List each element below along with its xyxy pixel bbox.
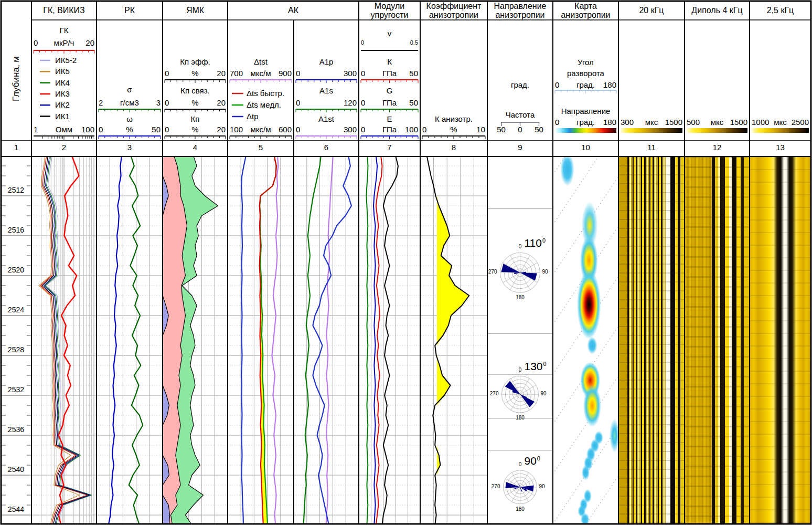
curve-omega [109,156,122,525]
anisotropy-blob [587,337,597,354]
track-number-9: 9 [488,143,552,154]
scale-max: 50 [387,98,418,107]
scale-max: 100 [63,125,94,134]
scale-max: 300 [325,69,357,78]
freq-zero: 0 [511,125,529,134]
curve-g_mod [367,156,368,525]
rose-compass-s: 180 [512,295,528,300]
scale-label: G [360,86,419,95]
track-title-4: АК [229,2,357,19]
rose-compass-w: 270 [485,484,500,489]
track-title-10: Диполь 4 кГц [686,2,748,19]
scale-label: К [360,57,419,66]
scale-min: 0 [296,69,327,78]
track-title-5: Модули упругости [360,2,419,19]
scale-label: A1p [295,57,358,66]
scale-label: ω [98,114,162,123]
freq-min: 50 [493,125,510,134]
frequency-label: Частота [488,110,552,119]
track-number-4: 4 [163,143,227,154]
curve-k_aniz [427,156,469,525]
scale-max: 1500 [651,118,682,127]
depth-label-2540: 2540 [1,465,24,474]
scale-max: 20 [194,69,226,78]
scale-label: Кп эфф. [164,57,227,66]
scale-label: К анизотр. [421,114,486,123]
rose-compass-n: 0 [514,461,527,467]
track-number-3: 3 [97,143,162,154]
scale-label: A1s [295,86,358,95]
scale-label: Кп связ. [164,86,227,95]
scale-max: 50 [387,69,418,78]
track-title-6: Коэффициент анизотропии [422,2,486,19]
scale-min: 0 [296,125,327,134]
freq-max: 50 [530,125,548,134]
colorbar-anisotropy [555,128,616,133]
legend-label: ИК4 [55,78,102,87]
scale-max: 10 [454,125,485,134]
rose-direction-value: 110 [525,237,542,249]
track-number-7: 7 [359,143,420,154]
anisotropy-blob [560,153,574,186]
curve-a1s [304,156,321,525]
depth-label-2516: 2516 [1,226,24,234]
scale-label: A1st [295,114,358,123]
scale-min: 0 [296,98,327,107]
scale-label: Угол разворота [562,57,610,80]
legend-label: ИК3 [55,89,102,98]
rose-petal [520,272,537,280]
track-title-3: ЯМК [164,2,226,19]
colorbar-waveform [752,128,809,133]
curve-sigma [129,156,143,525]
legend-label: Δts быстр. [247,89,294,98]
track-title-9: 20 кГц [620,2,683,19]
colorbar-waveform [621,128,682,133]
rose-direction-value: 130 [525,360,543,372]
scale-max: 0.5 [387,39,418,46]
legend-label: ИК1 [55,112,102,121]
curve-dtst [272,156,278,525]
depth-label-2532: 2532 [1,385,24,394]
rose-compass-e: 90 [541,391,557,396]
scale-max: 900 [260,69,292,78]
track-number-1: 1 [2,143,31,154]
scale-max: 600 [260,125,292,134]
depth-axis-title: Глубина, м [11,11,22,146]
rose-compass-w: 270 [482,269,497,275]
curve-a1st [326,156,333,525]
rose-compass-e: 90 [542,269,558,275]
track-number-13: 13 [750,143,810,154]
depth-label-2544: 2544 [1,505,24,513]
depth-label-2528: 2528 [1,345,24,354]
track-title-8: Карта анизотропии [554,2,617,19]
legend-label: ИК5 [55,67,102,76]
scale-max: 180 [585,118,616,127]
rose-diagram-3 [504,470,537,504]
anisotropy-blob [577,270,601,339]
anisotropy-blob [583,385,601,427]
rose-direction-label-3: 900 [525,455,561,467]
degree-mark: 0 [543,361,547,367]
track-number-11: 11 [619,143,684,154]
scale-max: 180 [585,80,616,89]
scale-max: 100 [387,125,418,134]
degree-mark: 0 [542,237,546,244]
depth-label-2512: 2512 [1,186,24,194]
curve-ik52 [46,156,92,525]
track-number-2: 2 [32,143,96,154]
rose-compass-w: 270 [483,391,499,396]
track-title-1: ГК, ВИКИЗ [33,2,95,19]
degree-mark: 0 [537,455,540,461]
rose-compass-e: 90 [539,484,555,489]
rose-compass-n: 0 [514,367,527,373]
legend-label: ИК2 [55,100,102,109]
track-number-6: 6 [294,143,358,154]
depth-label-2520: 2520 [1,266,24,274]
rose-compass-s: 180 [512,415,528,421]
plot-graphics [0,0,812,525]
depth-label-2524: 2524 [1,306,24,314]
legend-label: Δtp [247,112,294,121]
rose-diagram-1 [500,253,540,292]
unit-label: град. [488,80,552,89]
rose-compass-n: 0 [514,244,527,249]
